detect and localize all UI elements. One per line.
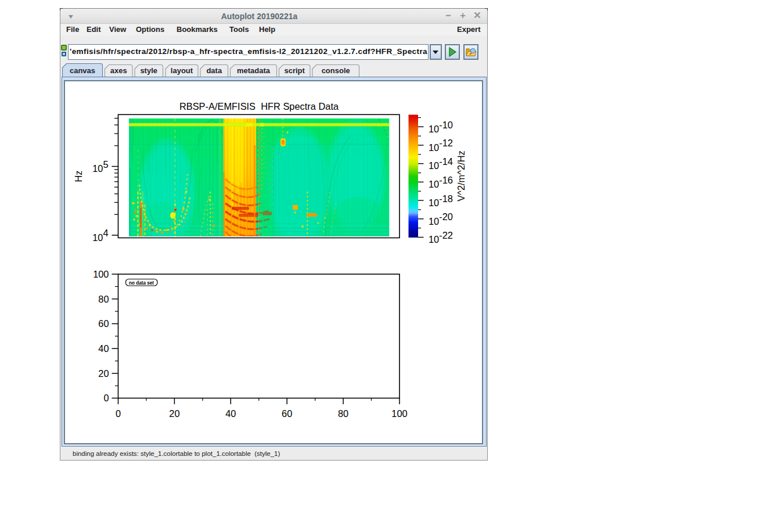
svg-text:20: 20 [98, 368, 109, 379]
svg-text:100: 100 [93, 269, 109, 279]
svg-text:metadata: metadata [237, 66, 271, 75]
svg-text:console: console [322, 66, 350, 75]
svg-text:20: 20 [169, 408, 179, 419]
svg-text:layout: layout [171, 66, 193, 75]
svg-text:40: 40 [225, 408, 236, 419]
svg-text:10-22: 10-22 [429, 230, 453, 245]
svg-text:axes: axes [110, 66, 127, 75]
svg-text:80: 80 [338, 408, 348, 419]
svg-text:10-10: 10-10 [429, 120, 453, 134]
svg-text:100: 100 [391, 408, 407, 419]
svg-text:105: 105 [92, 159, 108, 174]
svg-text:60: 60 [98, 318, 109, 329]
svg-text:10-12: 10-12 [429, 138, 453, 152]
svg-text:script: script [284, 66, 305, 75]
svg-text:10-20: 10-20 [429, 211, 453, 226]
svg-text:10-16: 10-16 [429, 175, 453, 189]
svg-text:0: 0 [116, 408, 121, 419]
svg-text:style: style [140, 66, 157, 75]
svg-text:60: 60 [282, 408, 292, 419]
svg-text:data: data [206, 66, 222, 75]
svg-text:RBSP-A/EMFISIS HFR Spectra Da: RBSP-A/EMFISIS HFR Spectra Data [179, 101, 339, 112]
svg-text:10-18: 10-18 [429, 193, 453, 208]
svg-text:V^2/m^2/Hz: V^2/m^2/Hz [456, 150, 466, 201]
svg-text:canvas: canvas [70, 66, 95, 75]
svg-text:40: 40 [98, 343, 109, 354]
svg-text:0: 0 [103, 393, 109, 403]
svg-text:Hz: Hz [73, 170, 84, 182]
svg-text:no data set: no data set [129, 281, 154, 286]
svg-text:80: 80 [98, 294, 109, 304]
svg-text:104: 104 [92, 228, 108, 242]
svg-text:10-14: 10-14 [429, 156, 453, 171]
